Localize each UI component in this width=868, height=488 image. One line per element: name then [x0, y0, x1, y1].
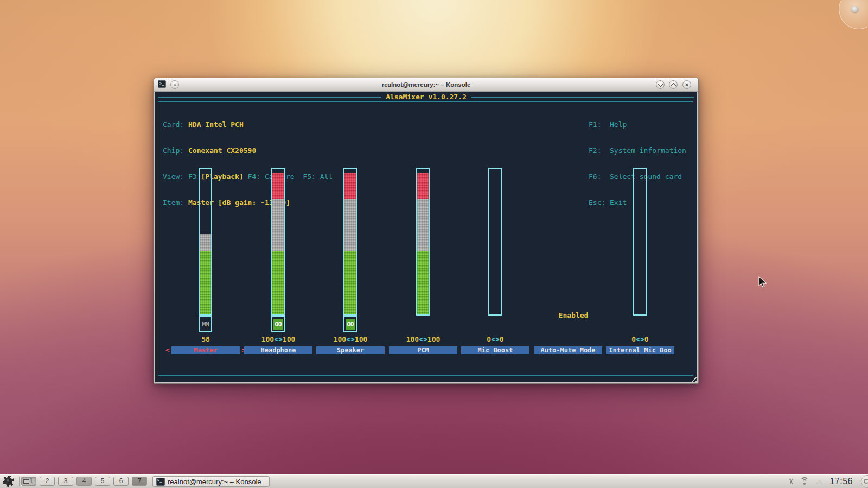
channel-label-speaker: Speaker — [316, 346, 385, 354]
konsole-window: realnot@mercury:~ – Konsole × AlsaMixer … — [154, 78, 699, 384]
channel-label-headphone: Headphone — [244, 346, 312, 354]
maximize-button[interactable] — [669, 80, 678, 89]
pager-desktop-2[interactable]: 2 — [40, 477, 55, 486]
task-button-konsole[interactable]: realnot@mercury:~ – Konsole — [152, 476, 270, 487]
clock[interactable]: 17:56 — [829, 477, 853, 486]
pager-desktop-5[interactable]: 5 — [95, 477, 110, 486]
minimize-button[interactable] — [656, 80, 665, 89]
volume-bar — [199, 168, 212, 316]
window-titlebar[interactable]: realnot@mercury:~ – Konsole × — [154, 78, 698, 92]
channel-headphone: OO 100<>100 Headphone — [242, 168, 315, 357]
pager-desktop-3[interactable]: 3 — [58, 477, 73, 486]
alsamixer-app-title: AlsaMixer v1.0.27.2 — [386, 93, 467, 101]
chevron-up-icon — [671, 82, 676, 88]
klipper-scissors-icon[interactable]: ✂ — [787, 478, 795, 485]
pager-desktop-7[interactable]: 7 — [132, 477, 147, 486]
channel-master: MM 58 Master < > — [169, 168, 242, 357]
volume-bar — [416, 168, 430, 316]
help-line: F1:Help — [589, 120, 686, 129]
mute-indicator: OO — [343, 316, 357, 332]
mute-indicator: MM — [199, 316, 212, 332]
terminal-screen[interactable]: AlsaMixer v1.0.27.2 Card: HDA Intel PCH … — [155, 92, 697, 382]
window-title: realnot@mercury:~ – Konsole — [154, 81, 698, 88]
channel-auto-mute: Enabled Auto-Mute Mode — [532, 168, 604, 357]
volume-value: 58 — [169, 335, 242, 343]
kde-menu-icon[interactable] — [3, 476, 14, 487]
pager-desktop-4[interactable]: 4 — [76, 477, 92, 486]
pager-desktop-6[interactable]: 6 — [113, 477, 129, 486]
close-icon: × — [685, 82, 688, 88]
taskbar: 1 2 3 4 5 6 7 realnot@mercury:~ – Konsol… — [0, 474, 868, 488]
selector-left-arrow: < — [165, 346, 170, 354]
divider — [471, 97, 694, 98]
help-line: F2:System information — [589, 146, 686, 155]
cashew-swirl-icon — [851, 6, 859, 12]
network-wifi-icon[interactable] — [799, 477, 810, 486]
desktop: realnot@mercury:~ – Konsole × AlsaMixer … — [0, 0, 868, 488]
system-tray: ✂ 17:56 — [788, 474, 853, 488]
volume-bar — [271, 168, 285, 316]
channel-label-internal-mic-boost: Internal Mic Boo — [606, 346, 674, 354]
pin-dot-icon — [174, 84, 176, 86]
window-thumb-icon — [23, 479, 29, 484]
alsamixer-titleline: AlsaMixer v1.0.27.2 — [158, 93, 694, 101]
konsole-icon — [158, 80, 166, 88]
channel-internal-mic-boost: 0<>0 Internal Mic Boo — [604, 168, 676, 357]
volume-value: 100<>100 — [314, 335, 387, 343]
pager-desktop-1[interactable]: 1 — [21, 477, 36, 486]
konsole-icon — [156, 478, 165, 486]
channel-label-auto-mute: Auto-Mute Mode — [534, 346, 602, 354]
auto-mute-status: Enabled — [537, 311, 610, 319]
chip-line: Chip: Conexant CX20590 — [163, 146, 333, 155]
volume-value: 0<>0 — [459, 335, 532, 343]
channel-label-master: Master — [171, 346, 240, 354]
desktop-cashew-icon[interactable] — [839, 0, 868, 29]
mute-indicator: OO — [271, 316, 285, 332]
volume-value: 100<>100 — [242, 335, 315, 343]
pin-button[interactable] — [170, 80, 179, 89]
channel-label-mic-boost: Mic Boost — [461, 346, 529, 354]
card-line: Card: HDA Intel PCH — [163, 120, 333, 129]
panel-cashew-icon[interactable] — [861, 475, 868, 488]
volume-bar — [488, 168, 502, 316]
divider — [158, 97, 381, 98]
volume-value: 0<>0 — [604, 335, 676, 343]
close-button[interactable]: × — [682, 80, 691, 89]
chevron-down-icon — [658, 81, 663, 87]
task-button-label: realnot@mercury:~ – Konsole — [168, 478, 261, 486]
channel-speaker: OO 100<>100 Speaker — [314, 168, 387, 357]
channel-pcm: 100<>100 PCM — [387, 168, 459, 357]
channel-mic-boost: 0<>0 Mic Boost — [459, 168, 532, 357]
channel-label-pcm: PCM — [389, 346, 457, 354]
volume-bar — [633, 168, 647, 316]
mouse-cursor — [758, 276, 769, 289]
volume-value: 100<>100 — [387, 335, 459, 343]
alsamixer-border-box: Card: HDA Intel PCH Chip: Conexant CX205… — [158, 101, 693, 376]
tray-expander-icon[interactable] — [816, 479, 823, 484]
volume-bar — [343, 168, 357, 316]
